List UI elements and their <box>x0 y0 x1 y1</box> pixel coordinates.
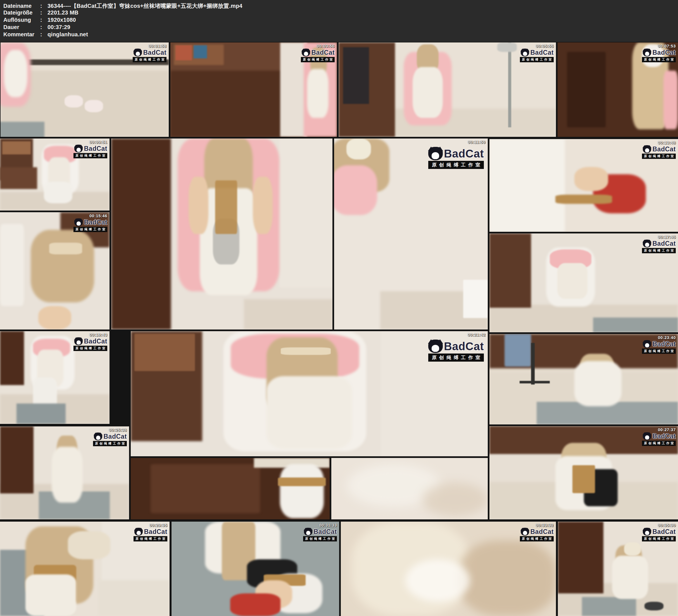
scene-patch <box>567 52 606 127</box>
cat-icon <box>643 340 651 348</box>
scene-patch <box>278 477 326 486</box>
scene-patch <box>85 100 103 112</box>
scene-patch <box>135 334 195 371</box>
meta-separator: : <box>40 3 47 9</box>
frame-00-05-55: 00:05:55BadCat原创绳缚工作室 <box>339 42 556 137</box>
badcat-watermark: BadCat原创绳缚工作室 <box>73 337 107 351</box>
watermark-name: BadCat <box>444 340 484 353</box>
watermark-banner: 原创绳缚工作室 <box>642 154 676 159</box>
watermark-name: BadCat <box>84 338 107 345</box>
scene-patch <box>520 381 550 383</box>
timestamp-overlay: 00:11:50 <box>468 140 486 144</box>
scene-patch <box>151 464 260 513</box>
timestamp-overlay: 00:05:55 <box>536 44 554 48</box>
frame-large-seated <box>111 139 332 330</box>
watermark-banner: 原创绳缚工作室 <box>133 57 166 62</box>
frame-00-13-48: 00:13:48BadCat原创绳缚工作室 <box>489 139 678 232</box>
watermark-name: BadCat <box>652 146 676 153</box>
timestamp-overlay: 00:33:32 <box>536 523 554 528</box>
timestamp-overlay: 00:01:58 <box>149 44 166 48</box>
watermark-banner: 原创绳缚工作室 <box>134 536 167 541</box>
scene-patch <box>16 403 66 424</box>
meta-row-dauer: Dauer:00:37:29 <box>3 24 678 31</box>
scene-patch <box>65 95 83 108</box>
badcat-watermark: BadCat原创绳缚工作室 <box>303 528 337 541</box>
watermark-name: BadCat <box>530 49 554 56</box>
timestamp-overlay: 00:15:46 <box>89 213 107 218</box>
scene-patch <box>624 542 641 555</box>
scene-patch <box>281 347 331 355</box>
watermark-name: BadCat <box>652 240 676 247</box>
scene-patch <box>664 71 678 129</box>
scene-patch <box>422 483 488 516</box>
scene-patch <box>0 426 34 493</box>
scene-patch <box>253 177 273 234</box>
watermark-banner: 原创绳缚工作室 <box>73 153 107 158</box>
scene-patch <box>459 541 556 616</box>
scene-patch <box>343 47 369 104</box>
scene-patch <box>215 180 237 234</box>
timestamp-overlay: 00:09:51 <box>89 140 107 144</box>
meta-label: Dateiname <box>3 3 40 9</box>
badcat-watermark: BadCat原创绳缚工作室 <box>520 49 554 62</box>
frame-00-15-46: 00:15:46BadCat原创绳缚工作室 <box>0 212 110 330</box>
badcat-watermark: BadCat原创绳缚工作室 <box>428 340 484 361</box>
scene-patch <box>463 280 488 318</box>
watermark-name: BadCat <box>144 528 167 536</box>
meta-label: Dauer <box>3 24 40 31</box>
frame-00-23-40: 00:23:40BadCat原创绳缚工作室 <box>489 334 678 424</box>
scene-patch <box>31 230 94 302</box>
badcat-watermark: BadCat原创绳缚工作室 <box>301 49 335 62</box>
badcat-watermark: BadCat原创绳缚工作室 <box>520 528 554 541</box>
scene-patch <box>572 465 595 493</box>
scene-patch <box>44 182 72 203</box>
scene-patch <box>508 42 512 127</box>
watermark-name: BadCat <box>103 433 127 440</box>
cat-icon <box>94 432 102 440</box>
cat-icon <box>302 49 310 56</box>
scene-patch <box>4 50 27 97</box>
scene-patch <box>279 139 332 287</box>
scene-patch <box>49 243 82 255</box>
badcat-watermark: BadCat原创绳缚工作室 <box>642 240 676 253</box>
watermark-name: BadCat <box>143 49 166 56</box>
cat-icon <box>74 337 83 345</box>
timestamp-overlay: 00:31:33 <box>319 523 337 528</box>
watermark-banner: 原创绳缚工作室 <box>303 536 337 541</box>
cat-icon <box>134 49 142 56</box>
badcat-watermark: BadCat原创绳缚工作室 <box>73 145 107 158</box>
file-metadata-header: Dateiname:36344----【BadCat工作室】穹妹cos+丝袜堵嘴… <box>0 0 678 42</box>
scene-patch <box>582 597 636 616</box>
watermark-banner: 原创绳缚工作室 <box>642 440 676 446</box>
watermark-banner: 原创绳缚工作室 <box>73 227 107 232</box>
badcat-watermark: BadCat原创绳缚工作室 <box>642 49 676 62</box>
scene-patch <box>194 45 207 59</box>
watermark-name: BadCat <box>652 528 676 536</box>
badcat-watermark: BadCat原创绳缚工作室 <box>642 432 676 446</box>
scene-patch <box>593 317 678 332</box>
frame-00-27-37: 00:27:37BadCat原创绳缚工作室 <box>489 426 678 519</box>
watermark-banner: 原创绳缚工作室 <box>93 441 127 446</box>
watermark-name: BadCat <box>84 219 107 226</box>
frame-00-21-42: 00:21:42BadCat原创绳缚工作室 <box>131 331 488 456</box>
cat-icon <box>643 49 651 56</box>
scene-patch <box>334 165 377 215</box>
scene-patch <box>26 574 76 616</box>
badcat-watermark: BadCat原创绳缚工作室 <box>428 147 484 169</box>
scene-patch <box>111 139 171 330</box>
watermark-banner: 原创绳缚工作室 <box>642 536 676 541</box>
frame-00-29-35: 00:29:35BadCat原创绳缚工作室 <box>0 522 170 616</box>
meta-separator: : <box>40 17 47 23</box>
watermark-name: BadCat <box>313 528 337 536</box>
meta-separator: : <box>40 9 47 16</box>
cat-icon <box>643 432 651 440</box>
scene-patch <box>189 177 209 234</box>
badcat-watermark: BadCat原创绳缚工作室 <box>133 49 166 62</box>
frame-00-25-38: 00:25:38BadCat原创绳缚工作室 <box>0 426 129 519</box>
meta-value: 1920x1080 <box>47 17 76 23</box>
scene-patch <box>2 141 31 154</box>
timestamp-overlay: 00:13:48 <box>658 140 676 145</box>
timestamp-overlay: 00:17:45 <box>658 235 676 239</box>
timestamp-overlay: 00:25:38 <box>109 427 127 432</box>
watermark-banner: 原创绳缚工作室 <box>428 353 484 361</box>
